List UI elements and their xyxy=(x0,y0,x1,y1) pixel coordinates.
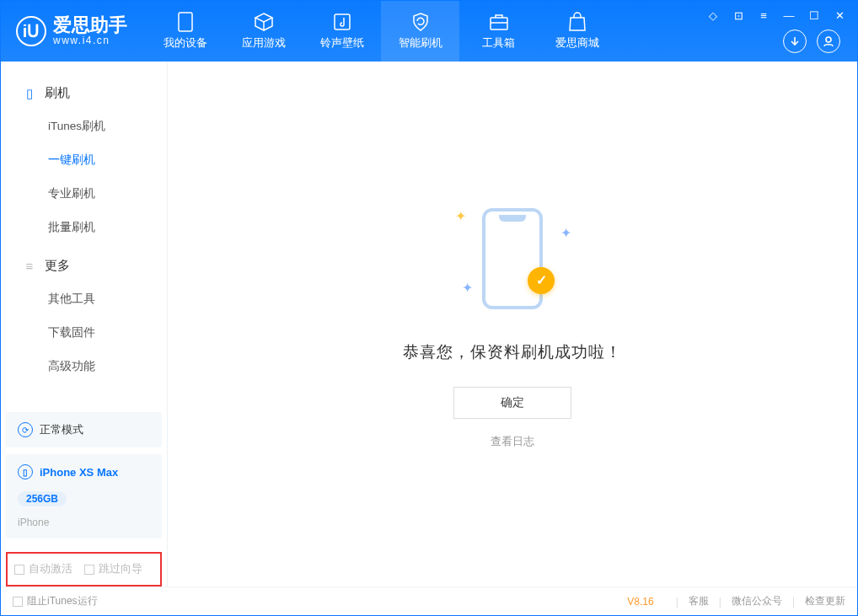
tab-store[interactable]: 爱思商城 xyxy=(538,1,616,62)
check-badge-icon: ✓ xyxy=(528,267,555,294)
briefcase-icon xyxy=(489,12,509,32)
footer-link-wechat[interactable]: 微信公众号 xyxy=(732,594,782,608)
main-panel: ✦ ✦ ✦ ✓ 恭喜您，保资料刷机成功啦！ 确定 查看日志 xyxy=(168,62,857,587)
app-name: 爱思助手 xyxy=(53,16,127,35)
svg-rect-1 xyxy=(335,14,350,29)
header-actions xyxy=(783,29,840,53)
sidebar-item-other-tools[interactable]: 其他工具 xyxy=(1,282,167,316)
svg-point-3 xyxy=(826,37,831,42)
device-info-block[interactable]: ▯ iPhone XS Max 256GB iPhone xyxy=(6,454,162,538)
menu-icon[interactable]: ≡ xyxy=(756,8,771,23)
sidebar-item-advanced[interactable]: 高级功能 xyxy=(1,350,167,383)
logo-icon: iᑌ xyxy=(16,16,46,46)
phone-outline-icon xyxy=(482,208,543,309)
sidebar-group-more[interactable]: ≡ 更多 xyxy=(1,249,167,282)
version-label: V8.16 xyxy=(627,596,653,608)
device-mode-label: 正常模式 xyxy=(40,422,83,437)
sidebar-item-pro-flash[interactable]: 专业刷机 xyxy=(1,177,167,211)
ok-button[interactable]: 确定 xyxy=(453,387,571,419)
success-illustration: ✦ ✦ ✦ ✓ xyxy=(445,200,580,318)
sidebar-item-itunes-flash[interactable]: iTunes刷机 xyxy=(1,110,167,143)
sidebar-item-oneclick-flash[interactable]: 一键刷机 xyxy=(1,143,167,177)
device-capacity-badge: 256GB xyxy=(18,491,67,506)
app-logo: iᑌ 爱思助手 www.i4.cn xyxy=(1,1,146,62)
svg-rect-0 xyxy=(179,13,192,31)
checkbox-skip-wizard[interactable]: 跳过向导 xyxy=(84,562,142,576)
download-button[interactable] xyxy=(783,29,807,53)
device-mode-block[interactable]: ⟳ 正常模式 xyxy=(6,412,162,447)
tab-smart-flash[interactable]: 智能刷机 xyxy=(381,1,459,62)
phone-small-icon: ▯ xyxy=(23,87,36,100)
success-message: 恭喜您，保资料刷机成功啦！ xyxy=(403,341,622,363)
device-type-label: iPhone xyxy=(18,517,49,528)
cube-icon xyxy=(254,12,274,32)
status-bar: 阻止iTunes运行 V8.16 | 客服 | 微信公众号 | 检查更新 xyxy=(1,587,857,615)
tab-apps-games[interactable]: 应用游戏 xyxy=(224,1,303,62)
sidebar-item-download-firmware[interactable]: 下载固件 xyxy=(1,316,167,350)
checkbox-block-itunes[interactable]: 阻止iTunes运行 xyxy=(13,594,98,608)
phone-icon xyxy=(175,12,196,32)
maximize-button[interactable]: ☐ xyxy=(807,8,822,23)
main-nav: 我的设备 应用游戏 铃声壁纸 智能刷机 工具箱 爱思商城 xyxy=(146,1,616,62)
footer-link-service[interactable]: 客服 xyxy=(689,594,709,608)
view-log-link[interactable]: 查看日志 xyxy=(491,434,534,449)
minimize-button[interactable]: — xyxy=(781,8,796,23)
sidebar: ▯ 刷机 iTunes刷机 一键刷机 专业刷机 批量刷机 ≡ 更多 其他工具 下… xyxy=(1,62,168,587)
title-bar: iᑌ 爱思助手 www.i4.cn 我的设备 应用游戏 铃声壁纸 智能刷机 xyxy=(1,1,857,62)
music-note-icon xyxy=(332,12,352,32)
feedback-icon[interactable]: ⊡ xyxy=(731,8,746,23)
list-icon: ≡ xyxy=(23,260,36,273)
close-button[interactable]: ✕ xyxy=(832,8,847,23)
shield-refresh-icon xyxy=(410,12,431,32)
app-domain: www.i4.cn xyxy=(53,35,127,46)
tab-my-device[interactable]: 我的设备 xyxy=(146,1,224,62)
device-small-icon: ▯ xyxy=(18,464,33,479)
bag-icon xyxy=(567,12,587,32)
footer-link-update[interactable]: 检查更新 xyxy=(805,594,845,608)
user-button[interactable] xyxy=(817,29,840,53)
tab-toolbox[interactable]: 工具箱 xyxy=(459,1,538,62)
refresh-icon: ⟳ xyxy=(18,422,33,437)
tab-ringtones-wallpapers[interactable]: 铃声壁纸 xyxy=(303,1,381,62)
device-name: iPhone XS Max xyxy=(40,466,118,479)
sidebar-group-flash[interactable]: ▯ 刷机 xyxy=(1,77,167,110)
skin-icon[interactable]: ◇ xyxy=(705,8,721,23)
checkbox-auto-activate[interactable]: 自动激活 xyxy=(14,562,72,576)
sidebar-item-batch-flash[interactable]: 批量刷机 xyxy=(1,211,167,244)
flash-options-box: 自动激活 跳过向导 xyxy=(6,552,162,587)
svg-rect-2 xyxy=(491,18,507,29)
